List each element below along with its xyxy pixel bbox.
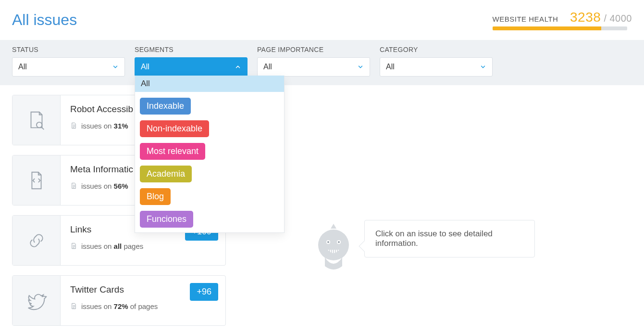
issue-card-twitter[interactable]: Twitter Cards issues on 72% of pages +96 xyxy=(12,275,226,326)
segments-select[interactable]: All xyxy=(135,57,248,77)
chevron-up-icon xyxy=(235,64,241,70)
health-label: WEBSITE HEALTH xyxy=(493,15,558,23)
chevron-down-icon xyxy=(112,64,119,70)
count-badge: +96 xyxy=(190,283,218,301)
issue-subtitle: issues on 72% of pages xyxy=(70,302,217,310)
chevron-down-icon xyxy=(480,64,486,70)
select-value: All xyxy=(263,63,272,71)
dropdown-item-all[interactable]: All xyxy=(135,76,284,92)
mascot-icon xyxy=(312,220,355,270)
svg-point-5 xyxy=(338,241,340,243)
page-title: All issues xyxy=(12,11,77,29)
chevron-down-icon xyxy=(357,64,364,70)
filter-segments: SEGMENTS All All Indexable Non-indexable… xyxy=(135,46,248,77)
filter-label: SEGMENTS xyxy=(135,46,248,53)
link-icon xyxy=(12,216,61,265)
filter-status: STATUS All xyxy=(12,46,125,77)
code-file-icon xyxy=(12,155,61,205)
select-value: All xyxy=(386,63,395,71)
page-icon xyxy=(70,302,77,310)
detail-panel: Click on an issue to see detailed inform… xyxy=(226,95,644,334)
dropdown-item-indexable[interactable]: Indexable xyxy=(140,98,191,115)
segments-dropdown: All Indexable Non-indexable Most relevan… xyxy=(135,76,285,233)
filter-page-importance: PAGE IMPORTANCE All xyxy=(257,46,370,77)
select-value: All xyxy=(18,63,27,71)
dropdown-item-non-indexable[interactable]: Non-indexable xyxy=(140,120,209,137)
filter-bar: STATUS All SEGMENTS All All Indexable No… xyxy=(0,40,644,85)
dropdown-item-funciones[interactable]: Funciones xyxy=(140,211,193,228)
status-select[interactable]: All xyxy=(12,57,125,77)
health-score: 3238 xyxy=(570,10,601,25)
website-health: WEBSITE HEALTH 3238 / 4000 xyxy=(493,10,632,30)
svg-point-4 xyxy=(327,241,329,243)
dropdown-item-blog[interactable]: Blog xyxy=(140,188,171,205)
document-search-icon xyxy=(12,95,61,145)
twitter-icon xyxy=(12,276,61,325)
category-select[interactable]: All xyxy=(380,57,493,77)
filter-category: CATEGORY All xyxy=(380,46,493,77)
placeholder-text: Click on an issue to see detailed inform… xyxy=(364,220,535,257)
health-max: / 4000 xyxy=(601,13,632,24)
filter-label: PAGE IMPORTANCE xyxy=(257,46,370,53)
filter-label: CATEGORY xyxy=(380,46,493,53)
dropdown-item-academia[interactable]: Academia xyxy=(140,166,192,182)
issue-subtitle: issues on all pages xyxy=(70,242,217,250)
svg-point-1 xyxy=(318,230,349,260)
page-icon xyxy=(70,242,77,250)
dropdown-item-most-relevant[interactable]: Most relevant xyxy=(140,143,205,160)
health-bar xyxy=(493,26,627,30)
select-value: All xyxy=(141,63,149,71)
page-icon xyxy=(70,121,77,130)
page-icon xyxy=(70,181,77,190)
filter-label: STATUS xyxy=(12,46,125,53)
page-importance-select[interactable]: All xyxy=(257,57,370,77)
